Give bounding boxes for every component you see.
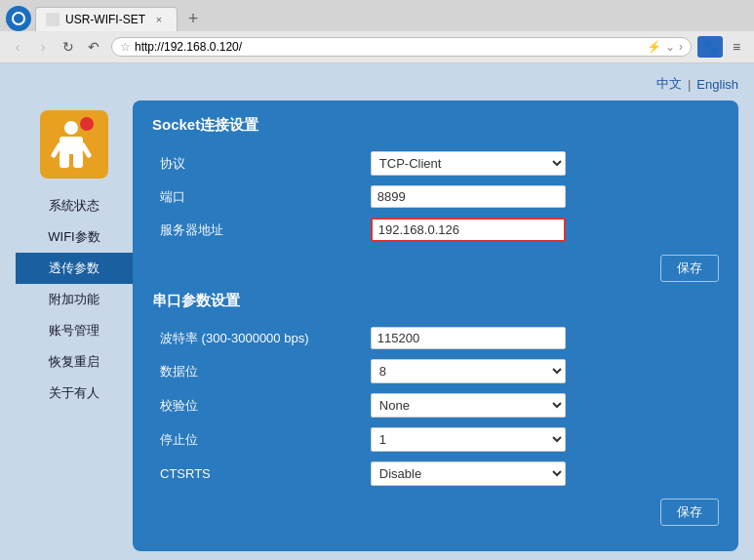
databits-label: 数据位 bbox=[152, 354, 363, 388]
table-row: CTSRTS Disable Enable bbox=[152, 457, 719, 491]
nav-right: 🐾 ≡ bbox=[697, 35, 748, 59]
svg-rect-4 bbox=[73, 152, 83, 168]
baudrate-input-cell bbox=[363, 322, 719, 354]
protocol-label: 协议 bbox=[152, 146, 363, 180]
port-input-cell bbox=[363, 180, 719, 213]
svg-point-1 bbox=[64, 121, 78, 135]
page-content: 中文 | English 系统状态 bbox=[0, 63, 754, 559]
databits-select[interactable]: 8 7 6 5 bbox=[371, 359, 566, 383]
english-lang-link[interactable]: English bbox=[696, 77, 738, 92]
table-row: 协议 TCP-Client TCP-Server UDP-Client UDP-… bbox=[152, 146, 719, 180]
socket-form-table: 协议 TCP-Client TCP-Server UDP-Client UDP-… bbox=[152, 146, 719, 247]
chevron-down-icon: ⌄ bbox=[665, 40, 675, 54]
browser-chrome: USR-WIFI-SET × + ‹ › ↻ ↶ ☆ ⚡ ⌄ › 🐾 ≡ bbox=[0, 0, 754, 63]
browser-logo-icon bbox=[6, 6, 31, 31]
baudrate-input[interactable] bbox=[371, 327, 566, 349]
parity-input-cell: None Odd Even bbox=[363, 388, 719, 422]
parity-select[interactable]: None Odd Even bbox=[371, 393, 566, 418]
protocol-input-cell: TCP-Client TCP-Server UDP-Client UDP-Ser… bbox=[363, 146, 719, 180]
table-row: 停止位 1 2 bbox=[152, 422, 719, 457]
paw-icon[interactable]: 🐾 bbox=[697, 36, 723, 58]
serial-save-button[interactable]: 保存 bbox=[660, 499, 719, 526]
stopbits-input-cell: 1 2 bbox=[363, 422, 719, 457]
sidebar-logo bbox=[40, 110, 108, 179]
sidebar-item-system-status[interactable]: 系统状态 bbox=[16, 190, 133, 221]
serial-section: 串口参数设置 波特率 (300-3000000 bps) 数据位 bbox=[152, 292, 719, 526]
sidebar-item-restore-restart[interactable]: 恢复重启 bbox=[16, 346, 133, 378]
sidebar-navigation: 系统状态 WIFI参数 透传参数 附加功能 账号管理 恢复重启 bbox=[16, 190, 133, 409]
new-tab-button[interactable]: + bbox=[181, 7, 205, 30]
ctsrts-input-cell: Disable Enable bbox=[363, 457, 719, 491]
forward-button[interactable]: › bbox=[31, 35, 55, 59]
socket-section-title: Socket连接设置 bbox=[152, 116, 719, 135]
table-row: 服务器地址 bbox=[152, 213, 719, 247]
databits-input-cell: 8 7 6 5 bbox=[363, 354, 719, 388]
sidebar-item-wifi-params[interactable]: WIFI参数 bbox=[16, 221, 133, 253]
language-bar: 中文 | English bbox=[16, 71, 738, 100]
server-address-label: 服务器地址 bbox=[152, 213, 363, 247]
server-address-input[interactable] bbox=[371, 218, 566, 242]
protocol-select[interactable]: TCP-Client TCP-Server UDP-Client UDP-Ser… bbox=[371, 151, 566, 176]
port-label: 端口 bbox=[152, 180, 363, 213]
svg-point-0 bbox=[80, 117, 94, 131]
address-input[interactable] bbox=[135, 40, 643, 54]
tab-close-button[interactable]: × bbox=[151, 12, 167, 27]
parity-label: 校验位 bbox=[152, 388, 363, 422]
sidebar-item-account-management[interactable]: 账号管理 bbox=[16, 315, 133, 346]
tab-title: USR-WIFI-SET bbox=[65, 13, 145, 26]
svg-rect-2 bbox=[60, 137, 83, 154]
main-panel: Socket连接设置 协议 TCP-Client TCP-Server UDP-… bbox=[133, 100, 738, 551]
serial-section-title: 串口参数设置 bbox=[152, 292, 719, 310]
table-row: 校验位 None Odd Even bbox=[152, 388, 719, 422]
lightning-icon: ⚡ bbox=[647, 40, 661, 54]
menu-icon[interactable]: ≡ bbox=[725, 35, 748, 59]
sidebar-item-transparent-params[interactable]: 透传参数 bbox=[16, 253, 133, 284]
stopbits-label: 停止位 bbox=[152, 422, 363, 457]
stopbits-select[interactable]: 1 2 bbox=[371, 427, 566, 452]
star-icon: ☆ bbox=[120, 40, 131, 54]
svg-line-6 bbox=[83, 145, 89, 155]
svg-line-5 bbox=[54, 145, 60, 155]
chinese-lang-link[interactable]: 中文 bbox=[656, 75, 682, 93]
ctsrts-select[interactable]: Disable Enable bbox=[371, 461, 566, 486]
main-layout: 系统状态 WIFI参数 透传参数 附加功能 账号管理 恢复重启 bbox=[16, 100, 738, 551]
ctsrts-label: CTSRTS bbox=[152, 457, 363, 491]
browser-tab[interactable]: USR-WIFI-SET × bbox=[35, 7, 178, 31]
baudrate-label: 波特率 (300-3000000 bps) bbox=[152, 322, 363, 354]
serial-form-table: 波特率 (300-3000000 bps) 数据位 8 bbox=[152, 322, 719, 491]
forward-nav-icon: › bbox=[679, 40, 683, 54]
svg-rect-3 bbox=[60, 152, 69, 168]
server-address-input-cell bbox=[363, 213, 719, 247]
serial-save-row: 保存 bbox=[152, 499, 719, 526]
logo-person-figure bbox=[50, 116, 99, 173]
nav-bar: ‹ › ↻ ↶ ☆ ⚡ ⌄ › 🐾 ≡ bbox=[0, 31, 754, 62]
table-row: 波特率 (300-3000000 bps) bbox=[152, 322, 719, 354]
back-button[interactable]: ‹ bbox=[6, 35, 29, 59]
socket-save-button[interactable]: 保存 bbox=[660, 255, 719, 282]
port-input[interactable] bbox=[371, 185, 566, 208]
tab-bar: USR-WIFI-SET × + bbox=[0, 0, 754, 31]
table-row: 数据位 8 7 6 5 bbox=[152, 354, 719, 388]
sidebar: 系统状态 WIFI参数 透传参数 附加功能 账号管理 恢复重启 bbox=[16, 100, 133, 551]
socket-save-row: 保存 bbox=[152, 255, 719, 282]
sidebar-item-additional-functions[interactable]: 附加功能 bbox=[16, 284, 133, 315]
table-row: 端口 bbox=[152, 180, 719, 213]
refresh-button[interactable]: ↻ bbox=[57, 35, 80, 59]
sidebar-item-about[interactable]: 关于有人 bbox=[16, 378, 133, 409]
lang-divider: | bbox=[688, 77, 691, 92]
address-bar[interactable]: ☆ ⚡ ⌄ › bbox=[111, 37, 692, 57]
tab-favicon bbox=[46, 13, 60, 26]
undo-button[interactable]: ↶ bbox=[82, 35, 105, 59]
